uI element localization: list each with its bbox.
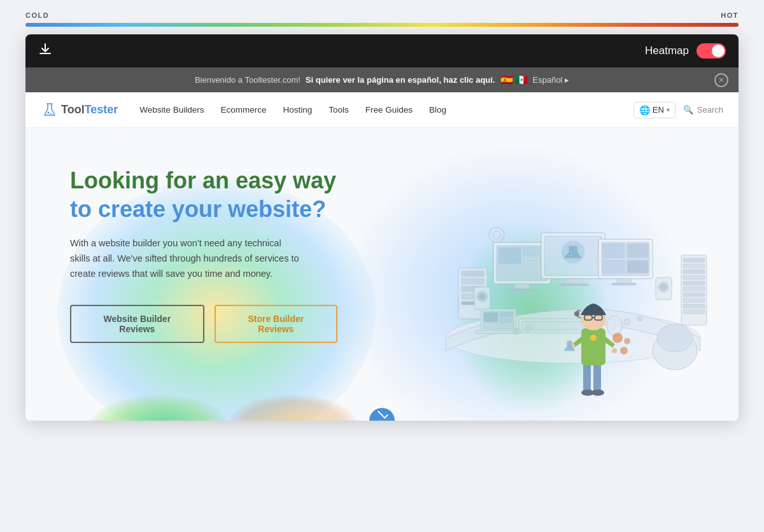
- lang-text: EN: [653, 105, 664, 115]
- search-area[interactable]: 🔍 Search: [683, 105, 723, 115]
- flag-icons: 🇪🇸 🇲🇽: [500, 74, 528, 86]
- flag-spain: 🇪🇸: [500, 74, 513, 86]
- spanish-banner: Bienvenido a Tooltester.com! Si quiere v…: [25, 67, 739, 92]
- svg-point-79: [620, 347, 628, 354]
- svg-rect-66: [583, 363, 591, 392]
- cold-label: COLD: [25, 11, 49, 19]
- heatmap-label-text: Heatmap: [645, 45, 689, 57]
- svg-rect-25: [462, 271, 484, 276]
- banner-bold-text: Si quiere ver la página en español, haz …: [306, 75, 495, 85]
- hero-right: [369, 128, 739, 421]
- nav-item-tools[interactable]: Tools: [321, 100, 357, 120]
- svg-point-65: [637, 316, 642, 321]
- nav-item-website-builders[interactable]: Website Builders: [132, 100, 211, 120]
- svg-point-69: [591, 389, 604, 396]
- svg-point-81: [624, 338, 630, 344]
- nav-bar: ToolTester Website Builders Ecommerce Ho…: [25, 92, 739, 128]
- nav-item-ecommerce[interactable]: Ecommerce: [213, 100, 274, 120]
- hero-heading-line2: to create your website?: [70, 196, 326, 222]
- svg-rect-59: [500, 319, 513, 322]
- svg-rect-13: [559, 284, 588, 286]
- logo-flask-icon: [41, 101, 59, 119]
- svg-rect-39: [683, 298, 705, 302]
- svg-rect-67: [593, 363, 601, 392]
- globe-icon: 🌐: [639, 105, 650, 115]
- svg-point-80: [612, 348, 617, 353]
- svg-rect-37: [683, 287, 705, 291]
- heatmap-labels: COLD HOT: [25, 11, 739, 19]
- svg-rect-29: [462, 302, 474, 305]
- scroll-down-icon: [378, 408, 388, 419]
- banner-text-before: Bienvenido a Tooltester.com!: [195, 75, 301, 85]
- store-builder-reviews-button[interactable]: Store Builder Reviews: [215, 305, 337, 343]
- toolbar-right: Heatmap: [645, 43, 726, 59]
- logo[interactable]: ToolTester: [41, 101, 118, 119]
- heatmap-bar-section: COLD HOT: [0, 0, 764, 34]
- svg-point-64: [624, 319, 630, 325]
- svg-rect-12: [565, 279, 582, 284]
- language-selector[interactable]: 🌐 EN ▾: [633, 102, 676, 118]
- svg-rect-58: [500, 312, 513, 317]
- svg-rect-18: [617, 279, 631, 283]
- svg-rect-19: [612, 283, 636, 285]
- hero-section: Looking for an easy way to create your w…: [25, 128, 739, 421]
- svg-point-46: [479, 293, 485, 300]
- svg-point-1: [50, 113, 52, 115]
- nav-item-hosting[interactable]: Hosting: [275, 100, 320, 120]
- logo-tester: Tester: [85, 103, 118, 116]
- hero-description: With a website builder you won't need an…: [70, 236, 299, 282]
- svg-rect-23: [627, 260, 648, 273]
- download-button[interactable]: [38, 43, 52, 60]
- hero-illustration: [376, 141, 732, 408]
- svg-point-49: [660, 284, 667, 290]
- svg-point-15: [568, 252, 572, 256]
- svg-point-62: [525, 325, 532, 332]
- hero-left: Looking for an easy way to create your w…: [25, 128, 369, 421]
- nav-links: Website Builders Ecommerce Hosting Tools…: [132, 100, 630, 120]
- svg-rect-33: [683, 264, 705, 268]
- hero-buttons: Website Builder Reviews Store Builder Re…: [70, 305, 337, 343]
- svg-point-63: [513, 329, 518, 334]
- svg-point-76: [590, 335, 597, 341]
- nav-item-blog[interactable]: Blog: [421, 100, 454, 120]
- banner-close-button[interactable]: ✕: [714, 73, 728, 87]
- svg-rect-7: [499, 248, 521, 263]
- svg-rect-70: [581, 328, 605, 365]
- svg-point-0: [48, 111, 50, 113]
- svg-rect-41: [683, 310, 705, 314]
- nav-right: 🌐 EN ▾ 🔍 Search: [633, 102, 723, 118]
- heatmap-gradient-bar: [25, 23, 739, 27]
- svg-rect-57: [484, 312, 498, 322]
- svg-rect-22: [603, 260, 625, 273]
- logo-text: ToolTester: [61, 103, 118, 116]
- toggle-knob: [712, 45, 725, 57]
- hero-heading: Looking for an easy way to create your w…: [70, 166, 337, 223]
- svg-point-77: [574, 311, 579, 316]
- logo-tool: Tool: [61, 103, 85, 116]
- svg-rect-32: [683, 258, 705, 262]
- svg-rect-5: [514, 284, 530, 289]
- browser-toolbar: Heatmap: [25, 34, 739, 67]
- spanish-link[interactable]: Español ▸: [533, 75, 570, 85]
- svg-rect-38: [683, 293, 705, 297]
- illustration-svg: [376, 141, 732, 408]
- svg-rect-35: [683, 276, 705, 279]
- svg-rect-36: [683, 281, 705, 285]
- website-builder-reviews-button[interactable]: Website Builder Reviews: [70, 305, 204, 343]
- svg-point-78: [612, 333, 623, 343]
- search-icon: 🔍: [683, 105, 693, 115]
- svg-point-43: [657, 324, 693, 352]
- lang-chevron-icon: ▾: [667, 106, 670, 113]
- svg-rect-26: [462, 279, 484, 284]
- svg-rect-40: [683, 304, 705, 308]
- heatmap-toggle[interactable]: [697, 43, 726, 59]
- toolbar-left: [38, 43, 52, 60]
- svg-rect-21: [627, 244, 648, 258]
- browser-window: Heatmap Bienvenido a Tooltester.com! Si …: [25, 34, 739, 421]
- nav-item-free-guides[interactable]: Free Guides: [358, 100, 420, 120]
- flag-mx: 🇲🇽: [515, 74, 528, 86]
- search-label: Search: [697, 105, 723, 115]
- svg-rect-34: [683, 270, 705, 274]
- svg-point-61: [493, 231, 500, 239]
- hot-label: HOT: [721, 11, 739, 19]
